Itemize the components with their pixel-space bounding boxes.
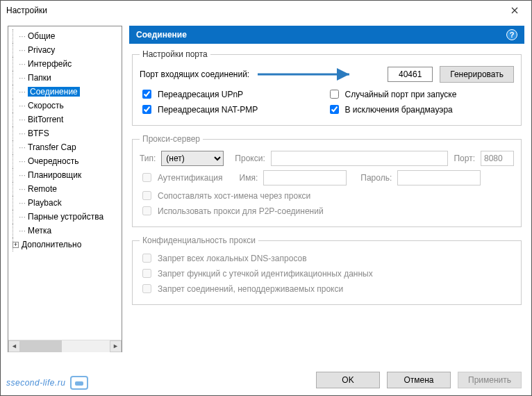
tree-item-11[interactable]: ···Remote bbox=[8, 182, 122, 196]
expand-icon[interactable]: + bbox=[13, 242, 19, 248]
port-arrow bbox=[256, 66, 433, 83]
ok-button[interactable]: OK bbox=[316, 372, 380, 388]
tree-scrollbar[interactable]: ◄ ► bbox=[8, 340, 122, 352]
proxy-type-label: Тип: bbox=[140, 154, 156, 163]
tree-item-6[interactable]: ···BitTorrent bbox=[8, 113, 122, 126]
proxy-type-select[interactable]: (нет) bbox=[161, 151, 224, 166]
proxy-user-label: Имя: bbox=[240, 173, 258, 183]
disable-unsupported-checkbox[interactable]: Запрет соединений, неподдерживаемых прок… bbox=[140, 282, 514, 295]
tree-item-14[interactable]: ···Метка bbox=[8, 224, 122, 238]
tree-item-3[interactable]: ···Папки bbox=[8, 71, 122, 85]
proxy-pass-label: Пароль: bbox=[360, 173, 392, 183]
window-title: Настройки bbox=[6, 6, 47, 15]
scroll-left-icon[interactable]: ◄ bbox=[8, 340, 20, 352]
firewall-exception-checkbox[interactable]: В исключения брандмауэра bbox=[327, 103, 515, 116]
proxy-port-label: Порт: bbox=[454, 154, 475, 163]
tree-item-1[interactable]: ···Privacy bbox=[8, 43, 122, 57]
proxy-host-input[interactable] bbox=[271, 151, 449, 166]
tree-item-13[interactable]: ···Парные устройства bbox=[8, 210, 122, 224]
proxy-hostnames-checkbox[interactable]: Сопоставлять хост-имена через прокси bbox=[140, 189, 514, 202]
proxy-pass-input[interactable] bbox=[397, 170, 481, 185]
titlebar: Настройки bbox=[1, 1, 531, 20]
tree-item-5[interactable]: ···Скорость bbox=[8, 99, 122, 113]
dialog-body: ···Общие···Privacy···Интерфейс···Папки··… bbox=[1, 20, 531, 359]
category-tree: ···Общие···Privacy···Интерфейс···Папки··… bbox=[8, 26, 122, 352]
proxy-p2p-checkbox[interactable]: Использовать прокси для P2P-соединений bbox=[140, 204, 514, 217]
watermark-logo-icon bbox=[70, 376, 88, 390]
tree-item-10[interactable]: ···Планировщик bbox=[8, 168, 122, 182]
scroll-right-icon[interactable]: ► bbox=[110, 340, 122, 352]
generate-button[interactable]: Генерировать bbox=[440, 66, 514, 83]
proxy-legend: Прокси-сервер bbox=[140, 134, 203, 144]
tree-item-advanced[interactable]: +Дополнительно bbox=[8, 238, 122, 251]
disable-leak-checkbox[interactable]: Запрет функций с утечкой идентификационн… bbox=[140, 267, 514, 280]
watermark: ssecond-life.ru bbox=[6, 376, 88, 390]
cancel-button[interactable]: Отмена bbox=[387, 372, 451, 388]
upnp-checkbox[interactable]: Переадресация UPnP bbox=[140, 88, 327, 101]
apply-button[interactable]: Применить bbox=[458, 372, 522, 388]
incoming-port-label: Порт входящих соединений: bbox=[140, 69, 249, 79]
tree-item-4[interactable]: ···Соединение bbox=[8, 85, 122, 99]
tree-item-8[interactable]: ···Transfer Cap bbox=[8, 140, 122, 154]
tree-item-12[interactable]: ···Playback bbox=[8, 196, 122, 210]
proxy-auth-checkbox[interactable]: Аутентификация bbox=[140, 171, 223, 184]
random-port-checkbox[interactable]: Случайный порт при запуске bbox=[327, 88, 515, 101]
panel-header: Соединение ? bbox=[129, 26, 524, 44]
tree-item-0[interactable]: ···Общие bbox=[8, 29, 122, 43]
proxy-group: Прокси-сервер Тип: (нет) Прокси: Порт: А… bbox=[132, 134, 522, 227]
close-button[interactable] bbox=[501, 1, 529, 20]
panel-title: Соединение bbox=[136, 30, 187, 40]
help-icon[interactable]: ? bbox=[506, 29, 517, 40]
proxy-privacy-group: Конфиденциальность прокси Запрет всех ло… bbox=[132, 236, 522, 305]
settings-window: Настройки ···Общие···Privacy···Интерфейс… bbox=[0, 0, 532, 396]
proxy-port-input[interactable] bbox=[481, 151, 514, 166]
disable-dns-checkbox[interactable]: Запрет всех локальных DNS-запросов bbox=[140, 251, 514, 265]
proxy-user-input[interactable] bbox=[263, 170, 347, 185]
settings-panel: Соединение ? Настройки порта Порт входящ… bbox=[129, 26, 524, 352]
dialog-footer: ssecond-life.ru OK Отмена Применить bbox=[1, 365, 531, 395]
natpmp-checkbox[interactable]: Переадресация NAT-PMP bbox=[140, 103, 327, 116]
incoming-port-input[interactable] bbox=[388, 67, 433, 82]
tree-item-7[interactable]: ···BTFS bbox=[8, 126, 122, 140]
privacy-legend: Конфиденциальность прокси bbox=[140, 236, 258, 245]
port-legend: Настройки порта bbox=[140, 49, 210, 59]
port-settings-group: Настройки порта Порт входящих соединений… bbox=[132, 49, 522, 126]
proxy-host-label: Прокси: bbox=[235, 154, 265, 163]
tree-item-9[interactable]: ···Очередность bbox=[8, 154, 122, 168]
tree-item-2[interactable]: ···Интерфейс bbox=[8, 57, 122, 71]
